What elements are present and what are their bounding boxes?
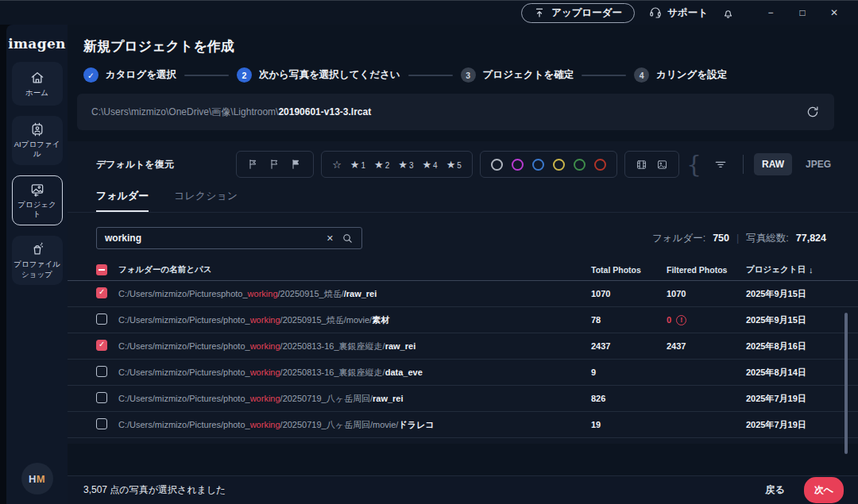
sidebar-item-projects[interactable]: プロジェクト bbox=[12, 175, 63, 226]
restore-defaults-button[interactable]: デフォルトを復元 bbox=[96, 158, 174, 171]
profile-shop-icon bbox=[29, 241, 45, 257]
support-label: サポート bbox=[667, 6, 708, 20]
step-label: 次から写真を選択してください bbox=[259, 68, 400, 82]
color-filter-green[interactable] bbox=[574, 159, 586, 171]
jpeg-toggle[interactable]: JPEG bbox=[799, 153, 834, 175]
table-row[interactable]: C:/Users/mizmizo/Pictures/photo_working/… bbox=[68, 360, 858, 386]
refresh-button[interactable] bbox=[806, 105, 820, 119]
color-filter-magenta[interactable] bbox=[512, 159, 524, 171]
sidebar-item-ai-profile[interactable]: AIプロファイル bbox=[12, 116, 63, 165]
project-date: 2025年8月14日 bbox=[746, 367, 849, 379]
window-controls: − □ ✕ bbox=[755, 7, 850, 18]
flag-pick-icon[interactable] bbox=[290, 158, 303, 171]
photos-count-value: 77,824 bbox=[796, 233, 826, 244]
star-filter-1[interactable]: ★1 bbox=[350, 159, 365, 171]
project-date: 2025年7月19日 bbox=[746, 419, 849, 431]
flag-reject-icon[interactable] bbox=[247, 158, 260, 171]
image-media-icon[interactable] bbox=[656, 159, 668, 171]
search-input[interactable]: working ✕ bbox=[96, 227, 362, 249]
uploader-label: アップローダー bbox=[551, 6, 622, 20]
column-total-photos: Total Photos bbox=[591, 265, 667, 275]
step-label: プロジェクトを確定 bbox=[483, 68, 574, 82]
selection-summary: 3,507 点の写真が選択されました bbox=[83, 483, 226, 497]
titlebar: アップローダー サポート − □ ✕ bbox=[0, 1, 858, 25]
next-button[interactable]: 次へ bbox=[804, 477, 844, 503]
row-checkbox[interactable] bbox=[96, 340, 107, 351]
table-row[interactable]: C:/Users/mizmizo/Pictures/photo_working/… bbox=[68, 307, 858, 333]
tab-collections[interactable]: コレクション bbox=[174, 189, 238, 212]
raw-toggle[interactable]: RAW bbox=[754, 153, 792, 175]
search-value[interactable]: working bbox=[105, 233, 319, 244]
star-filter-4[interactable]: ★4 bbox=[422, 159, 437, 171]
total-photos: 19 bbox=[591, 420, 667, 429]
color-filter-yellow[interactable] bbox=[553, 159, 565, 171]
support-button[interactable]: サポート bbox=[649, 6, 708, 20]
clear-search-icon[interactable]: ✕ bbox=[327, 233, 334, 244]
sidebar-item-home[interactable]: ホーム bbox=[12, 62, 63, 106]
back-button[interactable]: 戻る bbox=[765, 483, 784, 497]
table-row[interactable]: C:/Users/mizmizo/Pictures/photo_working/… bbox=[68, 412, 858, 438]
home-icon bbox=[29, 70, 45, 86]
table-scrollbar[interactable] bbox=[844, 313, 848, 454]
filter-icon[interactable] bbox=[709, 157, 732, 171]
step-connector bbox=[408, 75, 453, 76]
row-checkbox[interactable] bbox=[96, 314, 107, 325]
video-media-icon[interactable] bbox=[636, 159, 647, 171]
star-filter-5[interactable]: ★5 bbox=[446, 159, 462, 171]
catalog-path-bar: C:\Users\mizmizo\OneDrive\画像\Lightroom\2… bbox=[77, 94, 834, 130]
star-icon: ★ bbox=[422, 159, 431, 171]
sidebar-item-profile-shop[interactable]: プロファイルショップ bbox=[12, 236, 63, 285]
filter-toolbar: デフォルトを復元 bbox=[68, 141, 858, 178]
maximize-button[interactable]: □ bbox=[786, 7, 818, 18]
total-photos: 826 bbox=[591, 394, 667, 403]
row-checkbox[interactable] bbox=[96, 418, 107, 429]
step-confirm-project[interactable]: 3 プロジェクトを確定 bbox=[461, 67, 574, 83]
search-icon[interactable] bbox=[342, 233, 354, 244]
minimize-button[interactable]: − bbox=[755, 7, 786, 18]
close-button[interactable]: ✕ bbox=[818, 7, 850, 18]
divider bbox=[743, 155, 744, 174]
step-label: カタログを選択 bbox=[106, 68, 176, 82]
step-label: カリングを設定 bbox=[656, 68, 727, 82]
row-checkbox[interactable] bbox=[96, 287, 107, 298]
table-row[interactable]: C:/Users/mizmizo/Picturesphoto_working/2… bbox=[68, 281, 858, 307]
table-row[interactable]: C:/Users/mizmizo/Pictures/photo_working/… bbox=[68, 386, 858, 412]
column-project-date[interactable]: プロジェクト日 ↓ bbox=[746, 264, 849, 275]
step-select-photos[interactable]: 2 次から写真を選択してください bbox=[237, 67, 400, 83]
project-image-icon bbox=[29, 182, 45, 198]
uploader-button[interactable]: アップローダー bbox=[521, 3, 635, 23]
color-filter-red[interactable] bbox=[594, 159, 606, 171]
sidebar-item-label: AIプロファイル bbox=[14, 140, 61, 160]
step-connector bbox=[582, 75, 626, 76]
headset-icon bbox=[649, 6, 662, 19]
notifications-button[interactable] bbox=[722, 7, 734, 19]
row-checkbox[interactable] bbox=[96, 366, 107, 377]
star-filter-none[interactable]: ☆ bbox=[332, 159, 342, 171]
table-row[interactable]: C:/Users/mizmizo/Pictures/photo_working/… bbox=[68, 333, 858, 360]
step-select-catalog[interactable]: ✓ カタログを選択 bbox=[83, 67, 176, 83]
filtered-photos: 2437! bbox=[667, 341, 746, 351]
color-filter-blue[interactable] bbox=[532, 159, 544, 171]
wizard-stepper: ✓ カタログを選択 2 次から写真を選択してください 3 プロジェクトを確定 4… bbox=[83, 67, 858, 83]
library-stats: フォルダー: 750 | 写真総数: 77,824 bbox=[652, 232, 826, 245]
select-all-checkbox[interactable] bbox=[96, 264, 107, 275]
folder-path: C:/Users/mizmizo/Pictures/photo_working/… bbox=[118, 367, 591, 379]
sidebar-item-label: プロファイルショップ bbox=[14, 260, 61, 279]
user-avatar[interactable]: HM bbox=[21, 463, 53, 494]
footer-bar: 3,507 点の写真が選択されました 戻る 次へ bbox=[68, 475, 858, 504]
row-checkbox[interactable] bbox=[96, 392, 107, 403]
tab-folders[interactable]: フォルダー bbox=[96, 189, 149, 212]
total-photos: 1070 bbox=[591, 289, 667, 298]
step-culling-settings[interactable]: 4 カリングを設定 bbox=[634, 67, 727, 83]
imagen-logo: imagen bbox=[8, 36, 65, 52]
star-filter-3[interactable]: ★3 bbox=[398, 159, 413, 171]
color-filter-group bbox=[480, 151, 617, 178]
folder-path: C:/Users/mizmizo/Pictures/photo_working/… bbox=[118, 419, 591, 431]
flag-filter-group bbox=[236, 151, 314, 178]
step-check-icon: ✓ bbox=[83, 67, 99, 83]
photos-count-label: 写真総数: bbox=[746, 232, 788, 245]
star-filter-2[interactable]: ★2 bbox=[374, 159, 389, 171]
flag-unflagged-icon[interactable] bbox=[269, 158, 281, 171]
total-photos: 9 bbox=[591, 367, 667, 377]
color-filter-gray[interactable] bbox=[491, 159, 503, 171]
